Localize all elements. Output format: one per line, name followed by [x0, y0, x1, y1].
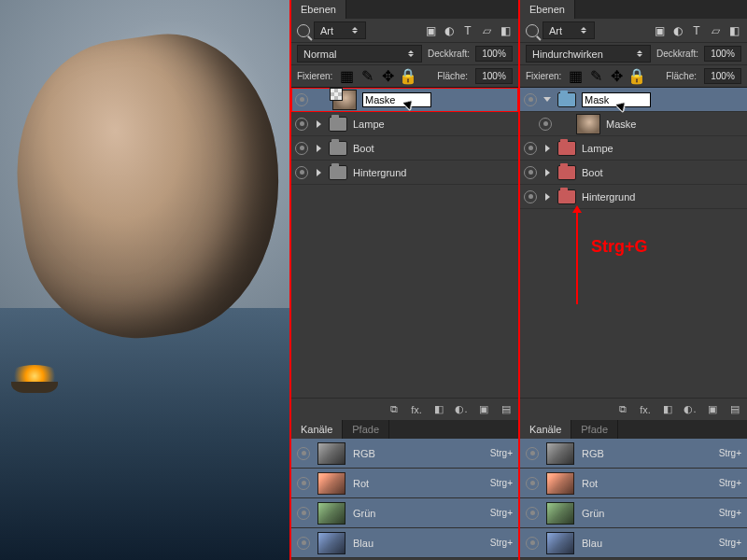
channel-row-rot[interactable]: Rot Strg+: [291, 469, 518, 498]
tab-channels[interactable]: Kanäle: [291, 420, 343, 439]
lock-pixels-icon[interactable]: ✎: [589, 70, 602, 83]
visibility-toggle-icon[interactable]: [524, 166, 537, 179]
tab-paths[interactable]: Pfade: [343, 420, 389, 439]
visibility-toggle-icon[interactable]: [524, 93, 537, 106]
channel-row-rot[interactable]: Rot Strg+: [520, 469, 747, 498]
opacity-label: Deckkraft:: [656, 49, 698, 59]
group-rename-input[interactable]: [582, 92, 651, 107]
tab-layers[interactable]: Ebenen: [520, 0, 575, 19]
layer-row-boot[interactable]: Boot: [291, 136, 518, 161]
text-filter-icon[interactable]: T: [460, 23, 475, 38]
fx-icon[interactable]: fx.: [410, 403, 423, 416]
visibility-toggle-icon[interactable]: [526, 537, 539, 550]
visibility-toggle-icon[interactable]: [524, 142, 537, 155]
lock-position-icon[interactable]: ✥: [610, 70, 623, 83]
lock-pixels-icon[interactable]: ✎: [360, 70, 374, 83]
visibility-toggle-icon[interactable]: [539, 118, 552, 131]
link-layers-icon[interactable]: ⧉: [388, 403, 401, 416]
mask-indicator: [330, 88, 343, 101]
link-layers-icon[interactable]: ⧉: [616, 403, 629, 416]
folder-icon: [329, 117, 347, 132]
group-icon[interactable]: ▣: [477, 403, 490, 416]
channel-row-blau[interactable]: Blau Strg+: [291, 528, 518, 558]
filter-type-dropdown[interactable]: Art: [314, 21, 366, 39]
layer-row-maske[interactable]: [291, 88, 518, 112]
group-icon[interactable]: ▣: [706, 403, 719, 416]
layer-row-hintergrund[interactable]: Hintergrund: [520, 185, 747, 209]
channel-name: RGB: [582, 448, 712, 459]
channel-name: Blau: [353, 538, 483, 549]
channel-row-gruen[interactable]: Grün Strg+: [291, 498, 518, 528]
channel-row-rgb[interactable]: RGB Strg+: [291, 439, 518, 469]
expand-toggle[interactable]: [314, 144, 323, 153]
visibility-toggle-icon[interactable]: [295, 142, 308, 155]
visibility-toggle-icon[interactable]: [526, 477, 539, 490]
visibility-toggle-icon[interactable]: [295, 93, 308, 106]
lock-position-icon[interactable]: ✥: [381, 70, 394, 83]
chevron-updown-icon: [350, 24, 359, 37]
tab-channels[interactable]: Kanäle: [520, 420, 571, 439]
search-icon[interactable]: [297, 24, 310, 37]
visibility-toggle-icon[interactable]: [526, 447, 539, 460]
opacity-value[interactable]: 100%: [704, 46, 741, 62]
chevron-updown-icon: [635, 48, 644, 61]
layer-row-group-mask[interactable]: [520, 88, 747, 112]
visibility-toggle-icon[interactable]: [297, 447, 310, 460]
visibility-toggle-icon[interactable]: [295, 166, 308, 179]
adjust-filter-icon[interactable]: ◐: [670, 23, 685, 38]
filter-type-dropdown[interactable]: Art: [543, 21, 595, 39]
mask-icon[interactable]: ◧: [432, 403, 445, 416]
fx-icon[interactable]: fx.: [639, 403, 652, 416]
expand-toggle[interactable]: [543, 192, 552, 202]
layer-row-boot[interactable]: Boot: [520, 161, 747, 185]
layer-rename-input[interactable]: [362, 92, 431, 107]
smart-filter-icon[interactable]: ◧: [498, 23, 513, 38]
adjust-filter-icon[interactable]: ◐: [442, 23, 457, 38]
layer-row-hintergrund[interactable]: Hintergrund: [291, 161, 518, 185]
tab-paths[interactable]: Pfade: [571, 420, 618, 439]
new-layer-icon[interactable]: ▤: [500, 403, 513, 416]
adjustment-icon[interactable]: ◐.: [684, 403, 697, 416]
shape-filter-icon[interactable]: ▱: [479, 23, 494, 38]
expand-toggle[interactable]: [314, 168, 323, 177]
chevron-right-icon: [545, 145, 550, 152]
expand-toggle[interactable]: [543, 168, 552, 177]
layer-row-maske-child[interactable]: Maske: [520, 112, 747, 136]
smart-filter-icon[interactable]: ◧: [726, 23, 741, 38]
layer-row-lampe[interactable]: Lampe: [291, 112, 518, 136]
chevron-right-icon: [317, 120, 321, 128]
channel-row-blau[interactable]: Blau Strg+: [520, 528, 747, 558]
opacity-value[interactable]: 100%: [475, 46, 513, 62]
image-filter-icon[interactable]: ▣: [423, 23, 438, 38]
tab-layers[interactable]: Ebenen: [291, 0, 346, 19]
lock-transparency-icon[interactable]: ▦: [340, 70, 353, 83]
search-icon[interactable]: [526, 24, 539, 37]
visibility-toggle-icon[interactable]: [526, 507, 539, 520]
layer-row-lampe[interactable]: Lampe: [520, 136, 747, 161]
expand-toggle[interactable]: [543, 144, 552, 153]
shape-filter-icon[interactable]: ▱: [708, 23, 723, 38]
expand-toggle[interactable]: [543, 95, 552, 105]
visibility-toggle-icon[interactable]: [295, 118, 308, 131]
adjustment-icon[interactable]: ◐.: [455, 403, 468, 416]
lock-transparency-icon[interactable]: ▦: [569, 70, 582, 83]
visibility-toggle-icon[interactable]: [297, 507, 310, 520]
layer-thumbnail[interactable]: [332, 90, 357, 110]
visibility-toggle-icon[interactable]: [297, 537, 310, 550]
layer-thumbnail[interactable]: [576, 114, 600, 134]
image-filter-icon[interactable]: ▣: [652, 23, 667, 38]
text-filter-icon[interactable]: T: [689, 23, 704, 38]
blend-mode-dropdown[interactable]: Hindurchwirken: [526, 45, 651, 63]
lock-all-icon[interactable]: 🔒: [402, 70, 415, 83]
visibility-toggle-icon[interactable]: [524, 190, 537, 203]
fill-value[interactable]: 100%: [475, 68, 513, 84]
mask-icon[interactable]: ◧: [661, 403, 674, 416]
channel-row-rgb[interactable]: RGB Strg+: [520, 439, 747, 469]
new-layer-icon[interactable]: ▤: [728, 403, 741, 416]
visibility-toggle-icon[interactable]: [297, 477, 310, 490]
fill-value[interactable]: 100%: [704, 68, 741, 84]
channel-row-gruen[interactable]: Grün Strg+: [520, 498, 747, 528]
expand-toggle[interactable]: [314, 119, 323, 129]
lock-all-icon[interactable]: 🔒: [630, 70, 643, 83]
blend-mode-dropdown[interactable]: Normal: [297, 45, 422, 63]
